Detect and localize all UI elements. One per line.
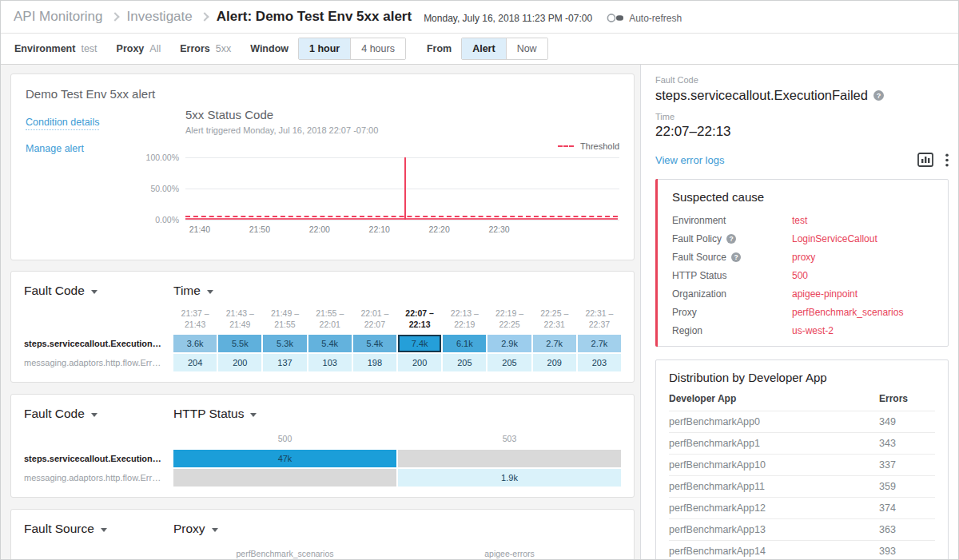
cause-attribute-value[interactable]: perfBenchmark_scenarios: [792, 307, 903, 318]
cause-attribute-value[interactable]: LoginServiceCallout: [792, 233, 877, 244]
time-bucket-start: 22:19 –: [487, 308, 531, 319]
heatmap-cell[interactable]: 7.4k: [398, 335, 441, 352]
row-dimension-dropdown[interactable]: Fault Code: [24, 407, 173, 421]
heatmap-cell[interactable]: 198: [353, 354, 396, 371]
window-1-hour-button[interactable]: 1 hour: [299, 38, 350, 59]
fault-code-row-label: steps.servicecallout.ExecutionFailed: [24, 339, 173, 348]
matrix-row: messaging.adaptors.http.flow.ErrorRe... …: [24, 469, 621, 487]
fault-source-by-proxy-matrix: Fault Source Proxy perfBenchmark_scenari…: [10, 509, 635, 559]
cause-attribute-value[interactable]: test: [792, 215, 807, 226]
proxy-filter-label: Proxy: [117, 43, 145, 54]
dropdown-caret-icon: [101, 528, 107, 532]
dropdown-caret-icon: [207, 290, 213, 294]
cause-attribute-label: Proxy: [672, 307, 697, 318]
cause-attribute-value[interactable]: us-west-2: [792, 325, 834, 336]
breadcrumb-investigate[interactable]: Investigate: [127, 9, 193, 25]
heatmap-cell[interactable]: 47k: [173, 450, 396, 467]
http-status-code: 503: [398, 433, 621, 444]
manage-alert-link[interactable]: Manage alert: [26, 143, 99, 154]
cause-attribute-label: Fault Policy: [672, 233, 722, 244]
heatmap-cell[interactable]: [398, 450, 621, 467]
heatmap-cell[interactable]: 5.3k: [263, 335, 306, 352]
row-dimension-dropdown[interactable]: Fault Code: [24, 284, 173, 298]
time-bucket-header: 22:25 – 22:31: [533, 308, 576, 330]
heatmap-cell[interactable]: 5.4k: [353, 335, 396, 352]
heatmap-cell[interactable]: 6.1k: [443, 335, 486, 352]
api-monitoring-page: API Monitoring Investigate Alert: Demo T…: [0, 0, 959, 560]
cause-attribute-value[interactable]: apigee-pinpoint: [792, 288, 858, 300]
distribution-table-row: perfBenchmarkApp12 374: [669, 497, 935, 518]
heatmap-cell[interactable]: 5.5k: [218, 335, 261, 352]
window-4-hours-button[interactable]: 4 hours: [350, 38, 405, 59]
distribution-table-row: perfBenchmarkApp11 359: [669, 475, 935, 497]
alert-summary-card: Demo Test Env 5xx alert Condition detail…: [10, 73, 635, 260]
help-icon[interactable]: [873, 90, 884, 101]
view-error-logs-link[interactable]: View error logs: [655, 154, 724, 166]
cause-attribute-label: HTTP Status: [672, 270, 726, 281]
bar-chart-icon[interactable]: [917, 153, 933, 167]
error-spike: [404, 157, 406, 220]
dropdown-caret-icon: [91, 290, 97, 294]
threshold-line: [185, 216, 618, 217]
suspected-cause-row: Region us-west-2: [672, 321, 937, 340]
fault-code-label: Fault Code: [655, 75, 949, 85]
heatmap-cell[interactable]: 2.7k: [533, 335, 576, 352]
heatmap-cell[interactable]: 103: [308, 354, 352, 371]
time-bucket-end: 22:19: [443, 319, 486, 330]
heatmap-cell[interactable]: 204: [173, 354, 217, 371]
fault-code-value-row: steps.servicecallout.ExecutionFailed: [655, 88, 949, 103]
error-count: 349: [879, 416, 935, 427]
row-dimension-label: Fault Code: [24, 284, 85, 298]
column-dimension-label: HTTP Status: [173, 407, 244, 421]
heatmap-cell[interactable]: 209: [533, 354, 576, 371]
proxy-name: apigee-errors: [398, 548, 621, 559]
heatmap-cell[interactable]: 200: [398, 354, 441, 371]
cause-attribute-value[interactable]: proxy: [792, 252, 815, 263]
chart-plot-area: 100.00%50.00%0.00% 21:4021:5022:0022:102…: [185, 154, 619, 236]
time-range-value: 22:07–22:13: [655, 124, 949, 140]
time-bucket-header: 22:13 – 22:19: [443, 308, 486, 330]
auto-refresh-toggle[interactable]: Auto-refresh: [607, 10, 682, 24]
help-icon[interactable]: [726, 234, 736, 244]
x-axis-tick-label: 22:20: [429, 224, 450, 234]
heatmap-cell[interactable]: 203: [578, 354, 621, 371]
suspected-cause-row: HTTP Status 500: [672, 266, 937, 284]
error-count: 337: [879, 459, 935, 471]
heatmap-cell[interactable]: 5.4k: [308, 335, 352, 352]
suspected-cause-title: Suspected cause: [672, 190, 937, 204]
distribution-table-row: perfBenchmarkApp0 349: [669, 411, 935, 432]
heatmap-cell[interactable]: 1.9k: [398, 469, 621, 487]
help-icon[interactable]: [731, 252, 741, 262]
condition-details-link[interactable]: Condition details: [26, 117, 99, 130]
from-alert-button[interactable]: Alert: [462, 38, 505, 59]
alert-links: Condition details Manage alert: [26, 117, 99, 154]
chart-subtitle: Alert triggered Monday, Jul 16, 2018 22:…: [185, 125, 619, 135]
heatmap-cell[interactable]: 200: [218, 354, 261, 371]
column-dimension-dropdown[interactable]: HTTP Status: [173, 407, 257, 421]
heatmap-cell[interactable]: 3.6k: [173, 335, 217, 352]
errors-filter-value[interactable]: 5xx: [216, 43, 231, 54]
chart-legend: Threshold: [558, 141, 619, 151]
heatmap-cell[interactable]: 137: [263, 354, 306, 371]
heatmap-cell[interactable]: 205: [443, 354, 486, 371]
cause-attribute-value[interactable]: 500: [792, 270, 808, 281]
fault-code-by-http-status-matrix: Fault Code HTTP Status 500 503 steps.ser…: [10, 394, 635, 497]
breadcrumb-api-monitoring[interactable]: API Monitoring: [14, 9, 103, 25]
time-bucket-end: 22:07: [353, 319, 396, 330]
column-dimension-dropdown[interactable]: Time: [173, 284, 213, 298]
heatmap-cell[interactable]: 2.9k: [487, 335, 531, 352]
threshold-dash-icon: [558, 145, 574, 147]
time-bucket-start: 21:49 –: [263, 308, 306, 319]
heatmap-cell[interactable]: 205: [487, 354, 531, 371]
heatmap-cell[interactable]: [173, 469, 396, 487]
proxy-filter-value[interactable]: All: [149, 43, 161, 54]
heatmap-cell[interactable]: 2.7k: [578, 335, 621, 352]
environment-filter-value[interactable]: test: [81, 43, 97, 54]
column-dimension-dropdown[interactable]: Proxy: [173, 522, 218, 536]
row-dimension-dropdown[interactable]: Fault Source: [24, 522, 173, 536]
suspected-cause-row: Environment test: [672, 211, 937, 229]
distribution-table-header: Developer App Errors: [669, 384, 935, 411]
kebab-menu-icon[interactable]: [945, 153, 949, 167]
dropdown-caret-icon: [250, 413, 257, 417]
from-now-button[interactable]: Now: [506, 38, 547, 59]
